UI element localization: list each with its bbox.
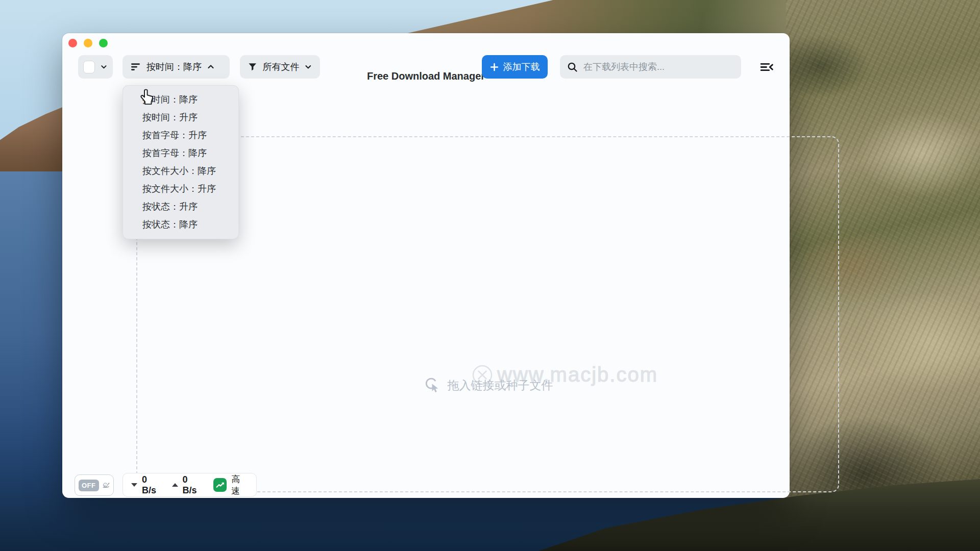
drag-cursor-icon (423, 376, 441, 394)
filter-funnel-icon (248, 62, 257, 72)
sort-menu-item-alpha-desc[interactable]: 按首字母：降序 (123, 144, 238, 162)
toolbar: 按时间：降序 所有文件 添加下载 (62, 55, 790, 79)
panel-collapse-icon (760, 60, 774, 74)
trending-up-icon (215, 480, 225, 490)
speed-limiter-toggle[interactable]: OFF (75, 474, 114, 496)
add-download-label: 添加下载 (503, 61, 540, 73)
sort-menu: 按时间：降序 按时间：升序 按首字母：升序 按首字母：降序 按文件大小：降序 按… (122, 85, 239, 239)
dropzone-message: 拖入链接或种子文件 (137, 376, 838, 394)
upload-speed: 0 B/s (183, 474, 204, 496)
sort-menu-item-size-desc[interactable]: 按文件大小：降序 (123, 162, 238, 180)
sort-menu-item-status-desc[interactable]: 按状态：降序 (123, 216, 238, 234)
plus-icon (490, 63, 499, 71)
speed-mode-icon[interactable] (213, 478, 227, 492)
upload-arrow-icon (172, 483, 178, 487)
filter-button-label: 所有文件 (262, 61, 299, 73)
download-speed: 0 B/s (142, 474, 163, 496)
search-field[interactable] (560, 55, 741, 79)
limiter-off-badge[interactable]: OFF (79, 480, 99, 491)
download-dropzone[interactable]: www.macjb.com 拖入链接或种子文件 (136, 136, 839, 492)
chevron-down-icon (304, 63, 312, 71)
snail-icon (102, 479, 110, 492)
select-all-checkbox[interactable] (83, 61, 95, 73)
close-button[interactable] (68, 39, 77, 47)
sort-lines-icon (130, 61, 141, 72)
select-all-control[interactable] (78, 55, 113, 79)
chevron-down-icon[interactable] (100, 63, 108, 71)
search-input[interactable] (583, 62, 734, 72)
speed-status-bar: 0 B/s 0 B/s 高速 (122, 473, 257, 497)
minimize-button[interactable] (84, 39, 92, 47)
add-download-button[interactable]: 添加下载 (482, 55, 548, 79)
chevron-up-icon (207, 63, 215, 71)
dropzone-hint-text: 拖入链接或种子文件 (448, 378, 553, 393)
sort-menu-item-time-asc[interactable]: 按时间：升序 (123, 109, 238, 127)
toggle-side-panel-button[interactable] (756, 58, 777, 76)
search-icon (567, 62, 578, 72)
sort-menu-item-alpha-asc[interactable]: 按首字母：升序 (123, 127, 238, 144)
sort-button[interactable]: 按时间：降序 (122, 55, 230, 79)
download-arrow-icon (131, 483, 137, 487)
sort-menu-item-size-asc[interactable]: 按文件大小：升序 (123, 180, 238, 198)
zoom-button[interactable] (99, 39, 108, 47)
sort-menu-item-time-desc[interactable]: 按时间：降序 (123, 91, 238, 109)
sort-button-label: 按时间：降序 (146, 61, 202, 73)
filter-button[interactable]: 所有文件 (240, 55, 320, 79)
window-controls (68, 39, 108, 47)
sort-menu-item-status-asc[interactable]: 按状态：升序 (123, 198, 238, 216)
speed-mode-label[interactable]: 高速 (231, 473, 248, 497)
